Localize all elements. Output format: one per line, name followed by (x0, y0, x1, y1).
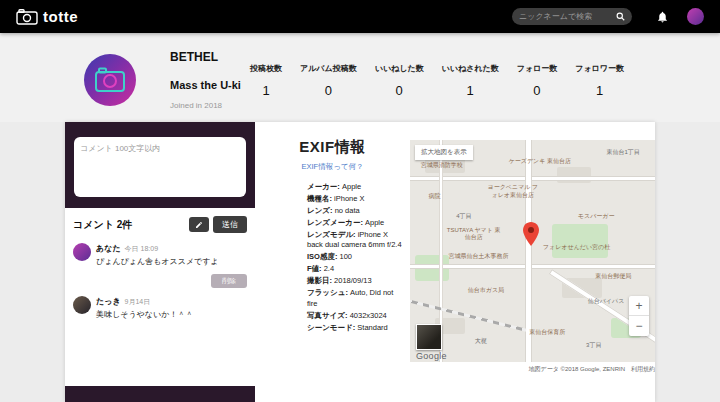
expand-map-button[interactable]: 拡大地図を表示 (415, 145, 473, 160)
exif-label: レンズメーカー: (307, 218, 363, 227)
comment-list-panel: コメント 2件 送信 あなた今日 18:09 ぴょんぴょん舎もオススメですよ 削… (65, 208, 255, 386)
profile-stats: 投稿枚数 1 アルバム投稿数 0 いいねした数 0 いいねされた数 1 フォロー… (250, 63, 624, 98)
map-road-horizontal (410, 176, 655, 181)
map-label: 東仙台1丁目 (606, 149, 639, 157)
map-label: 仙台市ガス局 (468, 287, 504, 295)
stat-likes-received: いいねされた数 1 (442, 63, 499, 98)
map-label: 大梶 (475, 338, 487, 346)
google-map[interactable]: 宮城県消防学校 ケーズデンキ 東仙台店 東仙台1丁目 病院 ヨークベニマル フォ… (410, 140, 655, 362)
map-label: 4丁目 (456, 213, 471, 221)
map-label: 仙台バイパス (588, 298, 625, 306)
exif-help-link[interactable]: EXIF情報って何？ (255, 162, 410, 172)
exif-label: 機種名: (307, 194, 332, 203)
exif-value: Standard (357, 323, 387, 332)
exif-field-iso: ISO感度: 100 (307, 252, 404, 263)
stat-label: アルバム投稿数 (300, 63, 357, 74)
profile-joined: Joined in 2018 (170, 101, 222, 110)
camera-logo-icon (16, 9, 38, 25)
map-zoom-control: + − (629, 296, 649, 336)
comment-author: たっき (96, 297, 121, 306)
delete-comment-button[interactable]: 削除 (211, 274, 247, 288)
exif-fields: メーカー: Apple 機種名: iPhone X レンズ: no data レ… (307, 182, 404, 333)
profile-avatar[interactable] (84, 54, 136, 106)
send-comment-button[interactable]: 送信 (213, 216, 247, 233)
map-label: ケーズデンキ 東仙台店 (509, 158, 571, 166)
stat-label: いいねした数 (375, 63, 424, 74)
app-header: totte (0, 0, 720, 33)
map-label: 東仙台保育所 (529, 329, 565, 337)
stat-label: 投稿枚数 (250, 63, 282, 74)
map-photo-thumbnail[interactable] (416, 324, 442, 350)
search-icon[interactable] (616, 12, 625, 21)
stat-value: 1 (250, 83, 282, 98)
exif-label: メーカー: (307, 182, 340, 191)
stat-value: 1 (575, 83, 624, 98)
exif-value: 2018/09/13 (334, 276, 372, 285)
comment-panel: コメント 2件 送信 あなた今日 18:09 ぴょんぴょん舎もオススメですよ 削… (65, 122, 255, 402)
exif-field-size: 写真サイズ: 4032x3024 (307, 311, 404, 322)
exif-value: no data (335, 206, 360, 215)
map-label: ヨークベニマル フォレオ東仙台店 (486, 184, 540, 199)
comment-time: 今日 18:09 (125, 245, 158, 252)
exif-title: EXIF情報 (255, 138, 410, 157)
comment-text: ぴょんぴょん舎もオススメですよ (96, 257, 247, 267)
comment-text: 美味しそうやないか！＾＾ (96, 310, 247, 320)
zoom-out-button[interactable]: − (629, 316, 649, 336)
stat-value: 0 (517, 83, 558, 98)
edit-comment-button[interactable] (189, 217, 209, 232)
logo[interactable]: totte (16, 8, 78, 25)
exif-value: 4032x3024 (350, 311, 387, 320)
exif-label: シーンモード: (307, 323, 355, 332)
map-label: 病院 (429, 193, 441, 201)
search-bar[interactable] (512, 8, 632, 25)
comments-count-header: コメント 2件 (73, 218, 185, 232)
search-input[interactable] (519, 12, 616, 21)
map-label: 3丁目 (586, 342, 601, 350)
google-logo[interactable]: Google (416, 351, 447, 361)
profile-name: BETHEL (170, 50, 218, 64)
map-road-horizontal (410, 264, 655, 269)
comment-input[interactable] (74, 137, 246, 197)
exif-value: Apple (342, 182, 361, 191)
map-label: フォレオせんだい宮の杜 (543, 244, 610, 252)
exif-field-lens-model: レンズモデル: iPhone X back dual camera 6mm f/… (307, 230, 404, 252)
comment-actions: 削除 (65, 267, 255, 292)
exif-field-fnumber: F値: 2.4 (307, 264, 404, 275)
exif-field-lens-maker: レンズメーカー: Apple (307, 218, 404, 229)
comment-author: あなた (96, 244, 121, 253)
map-label: TSUTAYA ヤマト 東仙台店 (447, 227, 501, 242)
user-avatar[interactable] (687, 8, 704, 25)
exif-label: 写真サイズ: (307, 311, 348, 320)
profile-section: BETHEL Mass the U-ki Joined in 2018 投稿枚数… (0, 33, 720, 122)
stat-value: 0 (300, 83, 357, 98)
exif-value: 2.4 (324, 264, 334, 273)
zoom-in-button[interactable]: + (629, 296, 649, 316)
exif-field-scene: シーンモード: Standard (307, 323, 404, 334)
stat-following: フォロー数 0 (517, 63, 558, 98)
comment-time: 9月14日 (125, 298, 151, 305)
exif-label: ISO感度: (307, 252, 337, 261)
map-park-area (552, 224, 608, 258)
exif-field-flash: フラッシュ: Auto, Did not fire (307, 288, 404, 310)
stat-value: 1 (442, 83, 499, 98)
profile-subtitle: Mass the U-ki (170, 79, 241, 91)
map-marker-pin[interactable] (523, 222, 539, 246)
exif-label: レンズモデル: (307, 230, 356, 239)
comment-header-row: コメント 2件 送信 (65, 208, 255, 239)
commenter-avatar[interactable] (73, 296, 91, 314)
map-label: 宮城県仙台土木事務所 (449, 253, 509, 261)
commenter-avatar[interactable] (73, 243, 91, 261)
stat-label: いいねされた数 (442, 63, 499, 74)
exif-value: 100 (340, 252, 353, 261)
stat-likes-given: いいねした数 0 (375, 63, 424, 98)
main-card: コメント 2件 送信 あなた今日 18:09 ぴょんぴょん舎もオススメですよ 削… (65, 122, 655, 402)
exif-value: iPhone X (334, 194, 364, 203)
map-label: 東仙台郵便局 (595, 273, 631, 281)
notifications-bell-icon[interactable] (656, 10, 669, 24)
stat-value: 0 (375, 83, 424, 98)
comment-body: たっき9月14日 美味しそうやないか！＾＾ (96, 296, 247, 320)
exif-field-lens: レンズ: no data (307, 206, 404, 217)
logo-text: totte (43, 8, 78, 25)
exif-label: レンズ: (307, 206, 333, 215)
stat-followers: フォロワー数 1 (575, 63, 624, 98)
